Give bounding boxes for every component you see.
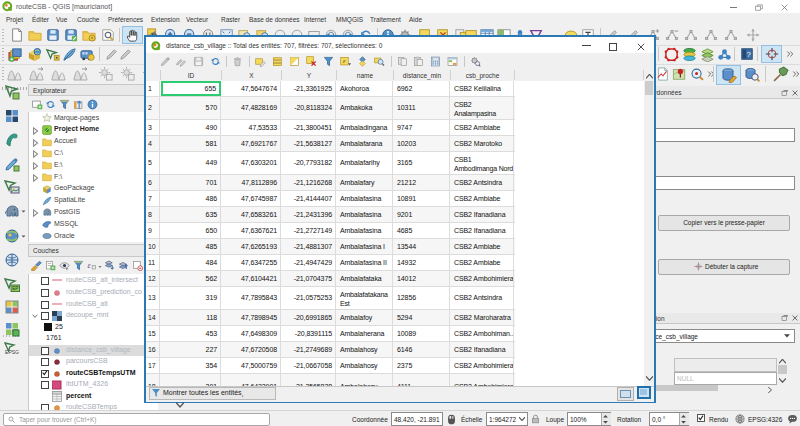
- svg-text:?: ?: [747, 50, 752, 59]
- svg-text:ε: ε: [87, 261, 91, 270]
- svg-text:EP: EP: [12, 286, 18, 291]
- svg-text:EPSG: EPSG: [5, 349, 19, 355]
